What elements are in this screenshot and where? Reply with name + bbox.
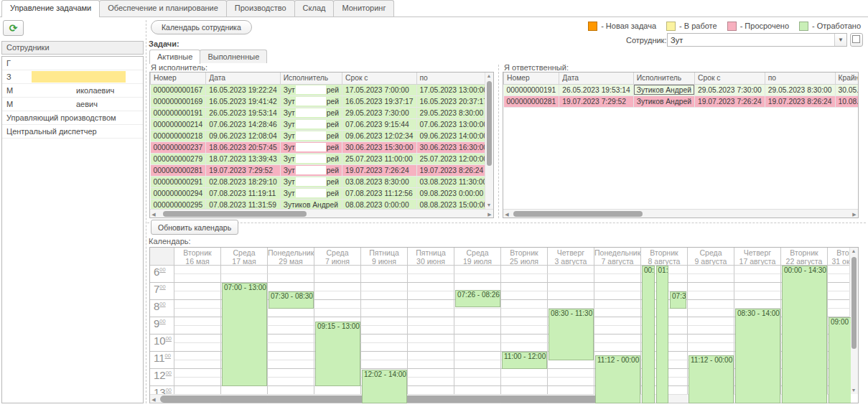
table-row[interactable]: 00000000021809.06.2023 12:08:04Зутрей09.… [151, 130, 485, 141]
calendar-slot[interactable] [174, 266, 221, 274]
cell[interactable]: 29.05.2023 7:30:00 [695, 84, 765, 95]
calendar-slot[interactable] [734, 283, 781, 291]
cell[interactable]: 17.05.2023 7:00:00 [342, 84, 416, 95]
scroll-up-icon[interactable]: ▲ [850, 248, 857, 255]
calendar-slot[interactable] [174, 274, 221, 283]
calendar-slot[interactable] [501, 378, 548, 386]
calendar-slot[interactable] [688, 343, 734, 352]
cell[interactable]: 000000000191 [151, 107, 206, 118]
calendar-slot[interactable] [594, 343, 641, 352]
cell[interactable]: 07.06.2023 13:00:00 [416, 118, 485, 130]
cell[interactable]: 29.05.2023 7:30:00 [342, 107, 416, 118]
calendar-slot[interactable] [361, 300, 408, 309]
table-row[interactable]: 00000000016716.05.2023 19:22:24Зутрей17.… [151, 84, 485, 95]
table-row[interactable]: 00000000016916.05.2023 19:41:42Зутрей16.… [151, 95, 485, 107]
calendar-slot[interactable] [408, 335, 454, 343]
calendar-slot[interactable] [548, 274, 594, 283]
calendar-slot[interactable] [501, 317, 548, 326]
cell[interactable]: 000000000281 [504, 95, 559, 107]
calendar-slot[interactable] [688, 326, 734, 335]
cell[interactable]: 000000000191 [504, 84, 559, 95]
calendar-slot[interactable] [454, 274, 501, 283]
calendar-slot[interactable] [174, 283, 221, 291]
scroll-left-icon[interactable]: ◀ [150, 396, 157, 403]
calendar-slot[interactable] [221, 266, 268, 274]
calendar-slot[interactable] [828, 309, 851, 317]
calendar-slot[interactable] [501, 283, 548, 291]
cell[interactable]: 000000000169 [151, 95, 206, 107]
cell[interactable]: 000000000214 [151, 118, 206, 130]
table-row[interactable]: 00000000029507.08.2023 11:31:59Зутиков А… [151, 199, 485, 209]
calendar-event[interactable]: 09:15 - 13:00 [315, 322, 360, 386]
calendar-slot[interactable] [268, 326, 314, 335]
cell[interactable]: 000000000167 [151, 84, 206, 95]
cell-executor[interactable]: Зутрей [280, 153, 342, 164]
calendar-slot[interactable] [314, 309, 361, 317]
refresh-button[interactable]: ⟳ [3, 20, 24, 36]
cell[interactable]: 25.07.2023 11:00:00 [342, 153, 416, 164]
cell[interactable]: 000000000291 [151, 176, 206, 187]
cell[interactable]: Зутиков Андрей [633, 95, 694, 107]
scrollbar-thumb[interactable] [851, 257, 857, 349]
calendar-slot[interactable] [688, 300, 734, 309]
calendar-slot[interactable] [408, 378, 454, 386]
calendar-slot[interactable] [361, 343, 408, 352]
tab-0[interactable]: Управление задачами [1, 0, 100, 17]
cell[interactable]: 08.08.2023 15:00:00 [416, 199, 485, 209]
calendar-slot[interactable] [174, 300, 221, 309]
cell[interactable]: 16.05.2023 19:22:24 [206, 84, 280, 95]
cell[interactable]: 03.08.2023 11:30:00 [416, 176, 485, 187]
calendar-slot[interactable] [688, 309, 734, 317]
calendar-slot[interactable] [408, 326, 454, 335]
column-header[interactable]: Крайний срок [835, 72, 858, 84]
calendar-event[interactable]: 11:12 - 00:00 [689, 355, 734, 403]
column-header[interactable]: по [416, 72, 485, 84]
calendar-slot[interactable] [454, 378, 501, 386]
calendar-event[interactable]: 07:26 - 08:26 [455, 290, 500, 307]
cell[interactable]: 000000000294 [151, 187, 206, 199]
cell[interactable]: 09.06.2023 12:02:34 [342, 130, 416, 141]
calendar-slot[interactable] [361, 326, 408, 335]
tasks-tab-0[interactable]: Активные [149, 50, 200, 64]
calendar-slot[interactable] [688, 335, 734, 343]
calendar-slot[interactable] [828, 283, 851, 291]
calendar-slot[interactable] [268, 360, 314, 369]
calendar-event[interactable]: 11:00 - 12:00 [502, 352, 547, 369]
column-header[interactable]: Дата [559, 72, 633, 84]
calendar-slot[interactable] [454, 266, 501, 274]
cell[interactable]: 26.05.2023 19:53:14 [559, 84, 633, 95]
calendar-slot[interactable] [501, 266, 548, 274]
calendar-slot[interactable] [828, 291, 851, 300]
calendar-slot[interactable] [408, 343, 454, 352]
calendar-slot[interactable] [688, 274, 734, 283]
calendar-slot[interactable] [408, 300, 454, 309]
calendar-splitter[interactable] [147, 223, 866, 223]
calendar-slot[interactable] [594, 291, 641, 300]
cell[interactable]: 30.06.2023 16:30:00 [416, 141, 485, 153]
cell[interactable]: 000000000218 [151, 130, 206, 141]
calendar-event[interactable]: 12:02 - 14:00 [362, 370, 407, 403]
cell[interactable]: 18.06.2023 20:57:45 [206, 141, 280, 153]
calendar-slot[interactable] [548, 378, 594, 386]
calendar-slot[interactable] [361, 274, 408, 283]
cell[interactable]: 26.05.2023 19:53:14 [206, 107, 280, 118]
column-header[interactable]: Исполнитель [280, 72, 342, 84]
calendar-slot[interactable] [174, 352, 221, 360]
employee-open-button[interactable] [850, 33, 863, 47]
calendar-slot[interactable] [594, 309, 641, 317]
calendar-slot[interactable] [361, 283, 408, 291]
calendar-slot[interactable] [734, 266, 781, 274]
calendar-slot[interactable] [501, 369, 548, 378]
calendar-slot[interactable] [594, 326, 641, 335]
column-header[interactable]: Номер [504, 72, 559, 84]
calendar-slot[interactable] [408, 274, 454, 283]
calendar-slot[interactable] [174, 291, 221, 300]
calendar-event[interactable]: 08:30 - 11:30 [549, 309, 594, 360]
table-row[interactable]: 00000000019126.05.2023 19:53:14Зутрей29.… [151, 107, 485, 118]
calendar-slot[interactable] [594, 300, 641, 309]
cell[interactable]: 16.05.2023 19:41:42 [206, 95, 280, 107]
calendar-slot[interactable] [734, 291, 781, 300]
calendar-slot[interactable] [361, 291, 408, 300]
calendar-slot[interactable] [174, 326, 221, 335]
employee-filter-field[interactable]: ▼ [667, 33, 847, 47]
